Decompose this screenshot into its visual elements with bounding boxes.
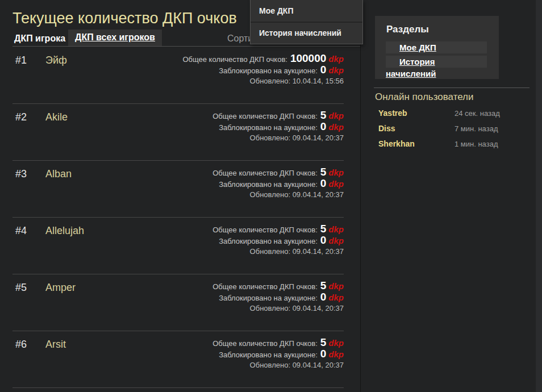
player-list: #1 Эйф Общее количество ДКП очков:100000… — [12, 51, 344, 392]
online-user-time: 7 мин. назад — [455, 124, 498, 133]
sort-label: Сорти — [227, 34, 253, 44]
online-user-row: Yastreb 24 сек. назад — [375, 109, 511, 124]
blocked-value: 0 — [320, 120, 327, 132]
player-name: Akile — [45, 111, 68, 123]
total-dkp-value: 5 — [320, 109, 327, 121]
dkp-page: Текущее количество ДКП очков ДКП игрока … — [0, 0, 542, 392]
sidebar-link-label: История начислений — [386, 57, 436, 78]
scrollbar[interactable] — [536, 0, 542, 392]
updated-text: Обновлено: 09.04.14, 20:37 — [212, 304, 344, 312]
updated-text: Обновлено: 09.04.14, 20:37 — [212, 190, 344, 199]
player-rank: #3 — [15, 168, 27, 180]
player-name: Arsit — [45, 339, 66, 351]
updated-text: Обновлено: 09.04.14, 20:37 — [212, 361, 344, 369]
dkp-unit: dkp — [328, 236, 344, 245]
online-user-name: Diss — [378, 124, 395, 133]
dkp-unit: dkp — [328, 338, 344, 348]
player-stats: Общее количество ДКП очков:5dkp Заблокир… — [212, 223, 344, 256]
dkp-unit: dkp — [328, 179, 344, 189]
total-dkp-label: Общее количество ДКП очков: — [212, 339, 318, 348]
online-users-title: Онлайн пользователи — [375, 91, 474, 103]
total-dkp-label: Общее количество ДКП очков: — [182, 55, 287, 64]
player-stats: Общее количество ДКП очков:5dkp Заблокир… — [212, 337, 344, 369]
online-users-list: Yastreb 24 сек. назад Diss 7 мин. назад … — [375, 109, 511, 155]
column-divider — [360, 0, 361, 392]
updated-text: Обновлено: 09.04.14, 20:37 — [212, 247, 344, 256]
total-dkp-value: 5 — [320, 166, 327, 178]
online-user-name: Sherkhan — [378, 139, 415, 148]
online-user-name: Yastreb — [378, 109, 407, 118]
updated-text: Обновлено: 09.04.14, 20:37 — [212, 134, 344, 142]
total-dkp-label: Общее количество ДКП очков: — [212, 226, 318, 234]
sections-title: Разделы — [386, 24, 499, 35]
dkp-unit: dkp — [328, 349, 344, 359]
total-dkp-label: Общее количество ДКП очков: — [212, 282, 318, 291]
player-row: #1 Эйф Общее количество ДКП очков:100000… — [12, 51, 344, 104]
total-dkp-value: 5 — [320, 223, 327, 235]
tabs-divider — [12, 46, 360, 47]
sidebar-link-label: Мое ДКП — [386, 43, 436, 52]
sections-panel: Разделы Мое ДКП История начислений — [375, 16, 499, 79]
player-rank: #1 — [15, 55, 27, 66]
blocked-label: Заблокировано на аукционе: — [219, 237, 318, 245]
player-row: #4 Allelujah Общее количество ДКП очков:… — [12, 222, 344, 274]
blocked-value: 0 — [320, 177, 327, 189]
player-name: Allelujah — [45, 225, 84, 237]
blocked-label: Заблокировано на аукционе: — [219, 123, 318, 132]
player-row: #2 Akile Общее количество ДКП очков:5dkp… — [12, 108, 344, 161]
blocked-value: 0 — [320, 234, 327, 246]
online-user-row: Diss 7 мин. назад — [375, 124, 511, 139]
total-dkp-value: 5 — [320, 336, 327, 348]
player-row: #3 Alban Общее количество ДКП очков:5dkp… — [12, 165, 344, 218]
online-user-row: Sherkhan 1 мин. назад — [375, 139, 511, 155]
menu-item-my-dkp[interactable]: Мое ДКП — [251, 0, 362, 22]
dkp-unit: dkp — [328, 224, 344, 234]
blocked-value: 0 — [320, 291, 327, 303]
blocked-label: Заблокировано на аукционе: — [219, 66, 318, 75]
player-rank: #5 — [15, 282, 27, 294]
dkp-unit: dkp — [328, 54, 344, 64]
blocked-label: Заблокировано на аукционе: — [219, 351, 318, 359]
player-name: Эйф — [45, 55, 67, 66]
player-row: #5 Amper Общее количество ДКП очков:5dkp… — [12, 278, 344, 331]
player-name: Alban — [45, 168, 72, 180]
total-dkp-value: 5 — [320, 280, 327, 291]
player-stats: Общее количество ДКП очков:100000dkp Заб… — [182, 53, 344, 85]
player-row: #6 Arsit Общее количество ДКП очков:5dkp… — [12, 335, 344, 388]
updated-text: Обновлено: 10.04.14, 15:56 — [182, 77, 344, 85]
blocked-label: Заблокировано на аукционе: — [219, 180, 318, 189]
total-dkp-label: Общее количество ДКП очков: — [212, 112, 318, 120]
player-stats: Общее количество ДКП очков:5dkp Заблокир… — [212, 166, 344, 199]
tab-dkp-player[interactable]: ДКП игрока — [14, 34, 65, 44]
total-dkp-label: Общее количество ДКП очков: — [212, 169, 318, 177]
player-rank: #6 — [15, 339, 27, 351]
dkp-unit: dkp — [328, 65, 344, 75]
tab-dkp-all-players[interactable]: ДКП всех игроков — [68, 30, 162, 46]
blocked-label: Заблокировано на аукционе: — [219, 294, 318, 302]
online-user-time: 24 сек. назад — [455, 109, 500, 118]
nav-dropdown-menu: Мое ДКП История начислений — [250, 0, 363, 44]
dkp-unit: dkp — [328, 122, 344, 132]
player-name: Amper — [45, 282, 76, 294]
sidebar-divider — [374, 87, 530, 88]
player-rank: #4 — [15, 225, 27, 237]
dkp-unit: dkp — [328, 281, 344, 291]
total-dkp-value: 100000 — [290, 52, 326, 64]
sidebar-link-history[interactable]: История начислений — [386, 56, 487, 68]
dkp-unit: dkp — [328, 111, 344, 120]
sidebar-link-my-dkp[interactable]: Мое ДКП — [386, 41, 487, 53]
player-rank: #2 — [15, 111, 27, 123]
page-title: Текущее количество ДКП очков — [12, 10, 237, 27]
blocked-value: 0 — [320, 64, 327, 76]
online-user-time: 1 мин. назад — [455, 140, 498, 148]
blocked-value: 0 — [320, 348, 327, 360]
dkp-unit: dkp — [328, 168, 344, 177]
dkp-unit: dkp — [328, 293, 344, 302]
menu-item-history[interactable]: История начислений — [251, 22, 362, 44]
player-stats: Общее количество ДКП очков:5dkp Заблокир… — [212, 280, 344, 312]
player-stats: Общее количество ДКП очков:5dkp Заблокир… — [212, 110, 344, 142]
